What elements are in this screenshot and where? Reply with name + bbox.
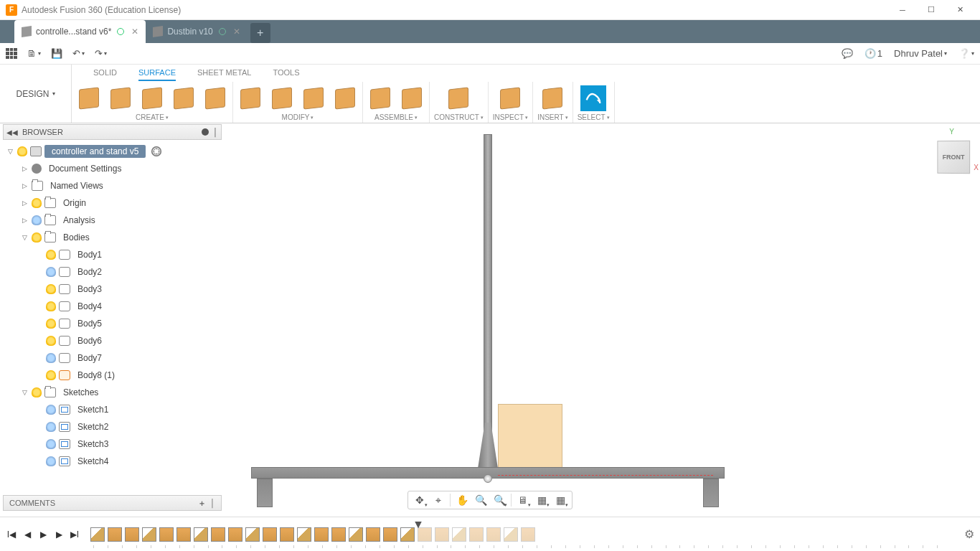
timeline-feature[interactable] (400, 527, 415, 542)
tree-node[interactable]: Named Views (3, 177, 222, 194)
visibility-bulb-icon[interactable] (46, 336, 56, 346)
add-comment-icon[interactable]: ＋ (198, 498, 206, 509)
workspace-switcher[interactable]: DESIGN▾ (0, 65, 72, 123)
tree-node[interactable]: Analysis (3, 212, 222, 229)
visibility-bulb-icon[interactable] (32, 387, 42, 397)
timeline-feature[interactable] (349, 527, 363, 542)
timeline-feature[interactable] (142, 527, 156, 542)
tab-close-icon[interactable]: ✕ (233, 27, 240, 37)
timeline-prev-button[interactable]: ◀ (22, 529, 33, 540)
tree-node[interactable]: Document Settings (3, 160, 222, 177)
job-status-button[interactable]: 🕐1 (864, 48, 882, 59)
visibility-bulb-icon[interactable] (46, 250, 56, 260)
expand-arrow-icon[interactable] (20, 182, 29, 189)
pan-button[interactable]: ✋ (453, 492, 471, 508)
data-panel-button[interactable] (6, 48, 17, 60)
tree-root[interactable]: controller and stand v5 (3, 143, 222, 160)
timeline-settings-icon[interactable]: ⚙ (964, 527, 974, 541)
comments-panel[interactable]: COMMENTS ＋ │ (3, 495, 222, 511)
grid-settings-button[interactable]: ▦▾ (533, 492, 550, 508)
timeline-feature[interactable] (211, 527, 225, 542)
timeline-feature[interactable] (418, 527, 432, 542)
activate-target-icon[interactable] (151, 146, 161, 156)
visibility-bulb-icon[interactable] (46, 405, 56, 415)
ribbon-tool-button[interactable] (108, 85, 133, 111)
visibility-bulb-icon[interactable] (46, 422, 56, 432)
expand-arrow-icon[interactable] (20, 389, 29, 396)
visibility-bulb-icon[interactable] (46, 353, 56, 363)
ribbon-tool-button[interactable] (237, 85, 263, 111)
zoom-button[interactable]: 🔍 (472, 492, 489, 508)
tree-node[interactable]: Sketch3 (3, 435, 222, 453)
visibility-bulb-icon[interactable] (17, 146, 27, 156)
timeline-feature[interactable] (125, 527, 139, 542)
visibility-bulb-icon[interactable] (46, 439, 56, 449)
tree-node[interactable]: Sketch2 (3, 418, 222, 435)
browser-options-icon[interactable] (202, 128, 209, 136)
view-cube[interactable]: FRONT (937, 141, 970, 174)
maximize-button[interactable]: ☐ (917, 0, 946, 20)
visibility-bulb-icon[interactable] (46, 301, 56, 311)
ribbon-tab-tools[interactable]: TOOLS (273, 65, 299, 81)
timeline-feature[interactable] (469, 527, 484, 542)
tree-node[interactable]: Body7 (3, 349, 222, 367)
ribbon-group-label[interactable]: SELECT ▾ (578, 113, 610, 121)
visibility-bulb-icon[interactable] (32, 198, 42, 208)
ribbon-group-label[interactable]: CONSTRUCT ▾ (434, 113, 484, 121)
help-button[interactable]: ❔▾ (958, 48, 974, 59)
visibility-bulb-icon[interactable] (46, 267, 56, 277)
ribbon-group-label[interactable]: CREATE ▾ (136, 113, 169, 121)
ribbon-tool-button[interactable] (497, 85, 523, 111)
ribbon-tool-button[interactable] (301, 85, 326, 111)
document-tab-active[interactable]: controlle...stand v6* ✕ (14, 20, 146, 43)
fit-button[interactable]: 🔍▾ (491, 492, 508, 508)
ribbon-tool-button[interactable] (171, 85, 197, 111)
ribbon-group-label[interactable]: INSERT ▾ (537, 113, 568, 121)
comments-pin-icon[interactable]: │ (210, 499, 215, 507)
expand-arrow-icon[interactable] (20, 165, 29, 172)
timeline-feature[interactable] (263, 527, 277, 542)
tab-close-icon[interactable]: ✕ (131, 27, 138, 37)
visibility-bulb-icon[interactable] (46, 370, 56, 380)
ribbon-tool-button[interactable] (139, 85, 165, 111)
ribbon-tab-sheetmetal[interactable]: SHEET METAL (197, 65, 251, 81)
ribbon-tool-button[interactable] (580, 85, 606, 111)
timeline-feature[interactable] (194, 527, 208, 542)
ribbon-tool-button[interactable] (332, 85, 358, 111)
ribbon-tool-button[interactable] (446, 85, 471, 111)
undo-button[interactable]: ↶▾ (72, 48, 85, 59)
ribbon-group-label[interactable]: INSPECT ▾ (493, 113, 528, 121)
tree-node[interactable]: Body1 (3, 246, 222, 263)
timeline-feature[interactable] (176, 527, 191, 542)
timeline-feature[interactable] (280, 527, 294, 542)
visibility-bulb-icon[interactable] (32, 215, 42, 225)
tree-node[interactable]: Body3 (3, 281, 222, 298)
timeline-next-button[interactable]: ▶ (53, 529, 65, 540)
timeline-start-button[interactable]: I◀ (6, 529, 17, 540)
tree-node[interactable]: Bodies (3, 229, 222, 246)
tree-node[interactable]: Sketch1 (3, 401, 222, 418)
ribbon-tab-surface[interactable]: SURFACE (138, 65, 176, 81)
timeline-feature[interactable] (331, 527, 346, 542)
tree-node[interactable]: Body2 (3, 263, 222, 281)
timeline-end-button[interactable]: ▶I (69, 529, 80, 540)
visibility-bulb-icon[interactable] (46, 456, 56, 466)
timeline-feature[interactable] (383, 527, 397, 542)
browser-header[interactable]: ◀◀ BROWSER │ (3, 124, 222, 140)
expand-arrow-icon[interactable] (6, 148, 14, 155)
expand-arrow-icon[interactable] (20, 199, 29, 207)
timeline-play-button[interactable]: ▶ (37, 529, 49, 540)
timeline-feature[interactable] (108, 527, 122, 542)
ribbon-tool-button[interactable] (269, 85, 295, 111)
tree-node[interactable]: Sketches (3, 384, 222, 401)
timeline-feature[interactable] (314, 527, 329, 542)
tree-node[interactable]: Body5 (3, 315, 222, 332)
timeline-feature[interactable] (504, 527, 518, 542)
expand-arrow-icon[interactable] (20, 217, 29, 224)
visibility-bulb-icon[interactable] (46, 319, 56, 329)
notifications-icon[interactable]: 💬 (842, 48, 853, 59)
ribbon-tool-button[interactable] (76, 85, 102, 111)
close-window-button[interactable]: ✕ (946, 0, 974, 20)
tree-node[interactable]: Sketch4 (3, 453, 222, 470)
timeline-feature[interactable] (245, 527, 260, 542)
